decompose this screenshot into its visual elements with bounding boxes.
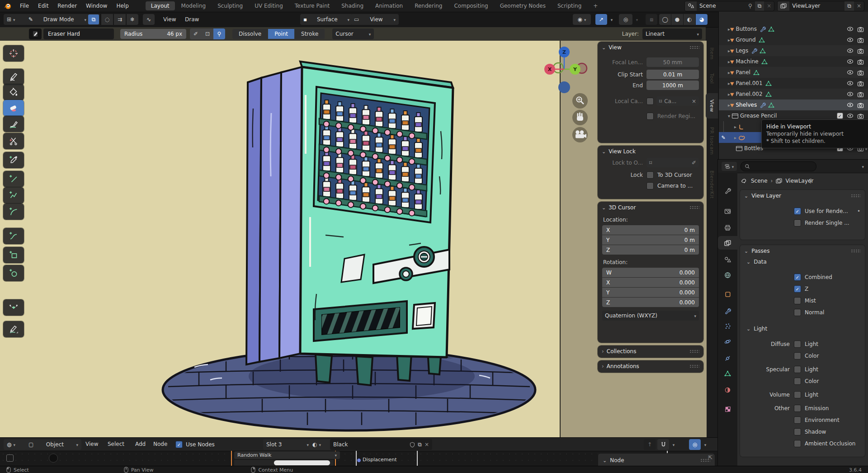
tool-erase[interactable]: [3, 100, 24, 116]
animate-dot-icon[interactable]: •: [857, 208, 860, 214]
tab-output[interactable]: [718, 221, 737, 234]
scene-icon[interactable]: [685, 1, 697, 11]
node-sidebar-panel-header[interactable]: Node: [598, 453, 715, 467]
breadcrumb-scene[interactable]: Scene: [751, 178, 768, 184]
snap-magnet-icon[interactable]: [657, 439, 669, 450]
menu-help[interactable]: Help: [112, 0, 133, 12]
scene-name-field[interactable]: Scene: [697, 1, 745, 11]
workspace-tab-sculpting[interactable]: Sculpting: [212, 1, 248, 10]
overlays-toggle[interactable]: ◎: [689, 439, 701, 450]
panel-title[interactable]: View Lock: [609, 148, 636, 155]
view-layer-icon[interactable]: [778, 1, 789, 11]
collection-checkbox[interactable]: [837, 113, 843, 119]
outliner-row-buttons[interactable]: ▼ Buttons: [719, 24, 868, 34]
cursor-location-y[interactable]: Y0 m: [602, 235, 699, 245]
material-slot-dropdown[interactable]: Slot 3: [263, 439, 312, 450]
tool-line[interactable]: [3, 171, 24, 187]
outliner-item-label[interactable]: Panel.002: [736, 91, 763, 97]
collapse-icon[interactable]: [746, 259, 750, 265]
fake-user-shield-icon[interactable]: [410, 442, 415, 448]
clip-end-field[interactable]: 1000 m: [646, 80, 699, 90]
collapse-icon[interactable]: [746, 326, 750, 332]
pin-scene-icon[interactable]: ⚲: [745, 1, 755, 11]
node-menu-select[interactable]: Select: [104, 441, 128, 447]
eraser-mode-point[interactable]: Point: [268, 29, 294, 39]
overlays-chevron[interactable]: [633, 14, 641, 25]
orbit-ball[interactable]: [558, 81, 570, 93]
hide-in-viewport-icon[interactable]: [847, 48, 854, 53]
collapse-icon[interactable]: [602, 204, 606, 211]
disable-in-renders-icon[interactable]: [857, 37, 864, 43]
tab-world[interactable]: [718, 268, 737, 282]
node-menu-add[interactable]: Add: [131, 441, 150, 447]
corner-resize-icon[interactable]: ⇱: [708, 454, 712, 461]
focal-length-field[interactable]: 50 mm: [646, 57, 699, 67]
panel-grip[interactable]: [851, 194, 861, 198]
panel-title[interactable]: View: [609, 44, 621, 51]
displacement-socket[interactable]: [357, 458, 361, 463]
pass-mist-checkbox[interactable]: [794, 297, 801, 304]
snap-dropdown[interactable]: [670, 439, 677, 450]
hide-in-viewport-icon[interactable]: [847, 59, 854, 64]
outliner-item-label[interactable]: Ground: [736, 37, 756, 43]
sidebar-tab-blenderkit[interactable]: BlenderKit: [706, 164, 718, 205]
diffuse-color-checkbox[interactable]: [794, 352, 801, 359]
panel-title[interactable]: Node: [610, 457, 624, 464]
workspace-tab-modeling[interactable]: Modeling: [176, 1, 212, 10]
object-visibility-dropdown[interactable]: ◉: [573, 14, 591, 25]
outliner-item-label[interactable]: Panel.001: [736, 80, 763, 86]
collapse-icon[interactable]: [602, 148, 606, 155]
brush-name-field[interactable]: Eraser Hard: [43, 28, 114, 39]
outliner-item-label[interactable]: Grease Pencil: [740, 113, 777, 119]
disable-in-renders-icon[interactable]: [857, 59, 864, 65]
menu-file[interactable]: File: [15, 0, 33, 12]
pass-combined-checkbox[interactable]: [794, 274, 801, 281]
shading-solid-button[interactable]: ●: [671, 14, 683, 25]
mode-selector[interactable]: ✎ Draw Mode: [25, 14, 90, 25]
multiframe-toggle[interactable]: ⧉: [88, 14, 99, 25]
node-random-walk-dropdown[interactable]: Random Walk: [234, 451, 340, 459]
hide-in-viewport-icon[interactable]: [847, 102, 854, 108]
environment-checkbox[interactable]: [794, 416, 801, 424]
new-scene-button[interactable]: ⧉: [755, 1, 764, 11]
curve-guide-icon[interactable]: ∿: [143, 14, 155, 25]
npanel-collections[interactable]: Collections: [598, 345, 703, 358]
view-plane-icon[interactable]: ⊡: [202, 28, 213, 39]
use-nodes-checkbox[interactable]: [175, 441, 183, 448]
pass-normal-checkbox[interactable]: [794, 309, 801, 316]
tool-circle[interactable]: [3, 265, 24, 281]
tool-box[interactable]: [3, 247, 24, 263]
panel-title[interactable]: Annotations: [607, 363, 639, 369]
tool-polyline[interactable]: [3, 187, 24, 203]
pin-brush-icon[interactable]: ⚲: [213, 28, 225, 39]
sidebar-tab-view[interactable]: View: [706, 93, 718, 118]
specular-light-checkbox[interactable]: [794, 366, 801, 373]
pin-id-icon[interactable]: ⚲: [809, 178, 813, 184]
node-editor-canvas[interactable]: Random Walk Displacement Node ⇱: [0, 451, 717, 466]
tool-eyedropper[interactable]: [3, 152, 24, 168]
properties-filter-button[interactable]: [722, 162, 737, 171]
disable-in-renders-icon[interactable]: [857, 48, 864, 54]
hide-in-viewport-icon[interactable]: [847, 80, 854, 86]
cursor-location-x[interactable]: X0 m: [602, 225, 699, 235]
hide-in-viewport-icon[interactable]: [847, 113, 854, 118]
tool-tint[interactable]: [3, 116, 24, 132]
disable-in-renders-icon[interactable]: [857, 70, 864, 76]
xray-toggle[interactable]: ⧈: [646, 14, 657, 25]
node-color-button[interactable]: [274, 460, 330, 465]
hide-in-viewport-icon[interactable]: [847, 70, 854, 75]
rotation-mode-dropdown[interactable]: Quaternion (WXYZ): [602, 311, 699, 321]
tab-material[interactable]: [718, 383, 737, 397]
outliner-item-label[interactable]: Bottles: [744, 145, 763, 151]
lock-to-3d-cursor-checkbox[interactable]: [646, 171, 654, 179]
tab-render[interactable]: [718, 204, 737, 218]
outliner-item-label[interactable]: Buttons: [736, 26, 757, 32]
tool-draw[interactable]: [3, 69, 24, 85]
shading-wireframe-button[interactable]: ◯: [659, 14, 671, 25]
cursor-rotation-w[interactable]: W0.000: [602, 268, 699, 277]
panel-grip[interactable]: [689, 364, 699, 368]
disable-in-renders-icon[interactable]: [857, 102, 864, 108]
specular-color-checkbox[interactable]: [794, 378, 801, 385]
panel-grip[interactable]: [689, 206, 699, 209]
navigation-gizmo[interactable]: Z X Y: [544, 47, 587, 93]
